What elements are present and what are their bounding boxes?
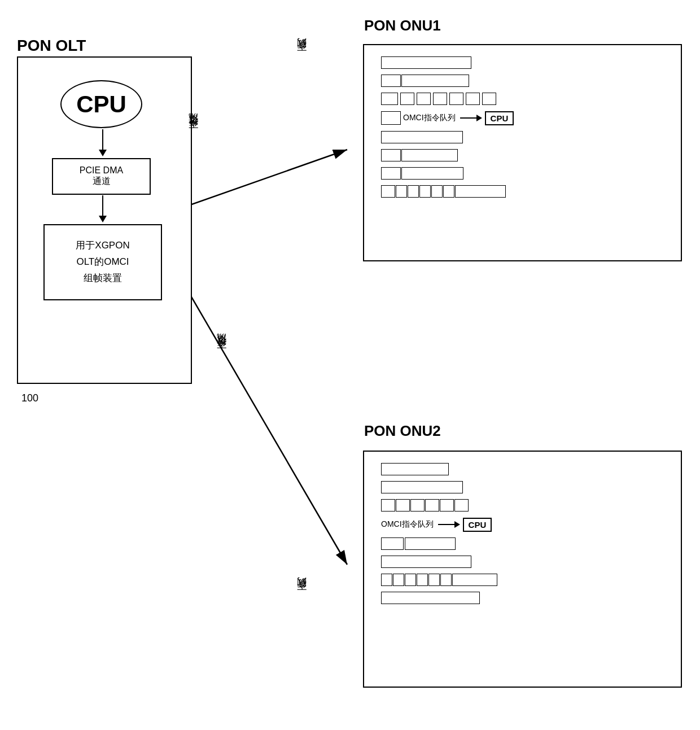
dataflow-label-onu2: 下行数据流: [215, 350, 228, 356]
onu2-box: OMCI指令队列 CPU: [363, 451, 682, 688]
pcie-line1: PCIE DMA: [80, 165, 123, 176]
downqueue-label-onu2: 下行队列: [295, 593, 308, 597]
onu2-label: PON ONU2: [364, 422, 441, 440]
onu1-label: PON ONU1: [364, 17, 441, 34]
cpu-label: CPU: [76, 91, 126, 118]
onu2-cpu-box: CPU: [463, 518, 492, 532]
onu1-queues: OMCI指令队列 CPU: [381, 55, 652, 202]
olt-box: CPU PCIE DMA 通道 用于XGPONOLT的OMCI组帧装置: [17, 56, 192, 384]
num-100: 100: [21, 392, 38, 404]
svg-marker-11: [99, 216, 107, 222]
omci-framing-label: 用于XGPONOLT的OMCI组帧装置: [76, 238, 129, 287]
dataflow-label-onu1: 下行数据流: [186, 130, 199, 135]
onu1-box: OMCI指令队列 CPU: [363, 44, 682, 261]
onu1-omci-queue-label: OMCI指令队列: [403, 113, 456, 123]
downqueue-label-onu1: 下行队列: [295, 54, 308, 58]
pcie-box: PCIE DMA 通道: [52, 158, 151, 195]
onu2-omci-queue-label: OMCI指令队列: [381, 519, 434, 530]
olt-label: PON OLT: [17, 37, 86, 55]
onu1-cpu-box: CPU: [485, 111, 514, 125]
svg-marker-9: [99, 150, 107, 156]
cpu-ellipse: CPU: [60, 80, 142, 128]
omci-framing-box: 用于XGPONOLT的OMCI组帧装置: [43, 224, 162, 300]
arrow-pcie-omci-svg: [97, 195, 108, 224]
pcie-line2: 通道: [93, 176, 111, 187]
diagram: PON OLT CPU PCIE DMA 通道 用于XGPONOLT的OMCI组…: [0, 0, 700, 730]
arrow-cpu-pcie-svg: [97, 129, 108, 158]
onu2-queues: OMCI指令队列 CPU: [381, 462, 652, 609]
